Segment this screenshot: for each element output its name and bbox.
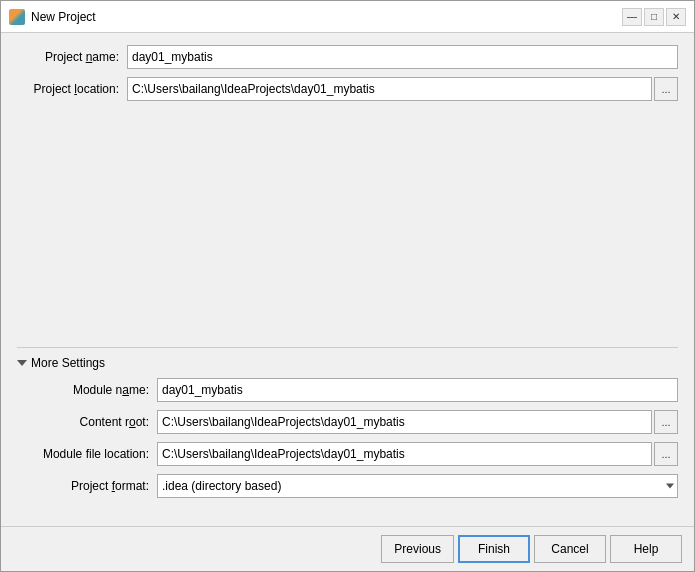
app-icon [9, 9, 25, 25]
module-name-input[interactable] [157, 378, 678, 402]
dialog-title: New Project [31, 10, 616, 24]
project-name-label: Project name: [17, 50, 127, 64]
module-file-location-label: Module file location: [27, 447, 157, 461]
content-root-input[interactable] [157, 410, 652, 434]
title-bar: New Project — □ ✕ [1, 1, 694, 33]
body-spacer [17, 109, 678, 347]
finish-button[interactable]: Finish [458, 535, 530, 563]
more-settings-label: More Settings [31, 356, 105, 370]
project-name-input[interactable] [127, 45, 678, 69]
minimize-button[interactable]: — [622, 8, 642, 26]
dialog-body: Project name: Project location: ... More… [1, 33, 694, 526]
content-root-label: Content root: [27, 415, 157, 429]
project-format-select[interactable]: .idea (directory based) .ipr (file based… [157, 474, 678, 498]
content-root-input-wrap: ... [157, 410, 678, 434]
module-name-input-wrap [157, 378, 678, 402]
project-name-input-wrap [127, 45, 678, 69]
more-settings-form: Module name: Content root: ... [17, 378, 678, 498]
project-format-label: Project format: [27, 479, 157, 493]
project-location-input-wrap: ... [127, 77, 678, 101]
new-project-dialog: New Project — □ ✕ Project name: Project … [0, 0, 695, 572]
module-file-location-row: Module file location: ... [27, 442, 678, 466]
project-location-label: Project location: [17, 82, 127, 96]
more-settings-toggle[interactable]: More Settings [17, 356, 678, 370]
project-format-select-wrap: .idea (directory based) .ipr (file based… [157, 474, 678, 498]
project-location-input[interactable] [127, 77, 652, 101]
previous-button[interactable]: Previous [381, 535, 454, 563]
project-location-browse-button[interactable]: ... [654, 77, 678, 101]
window-controls: — □ ✕ [622, 8, 686, 26]
more-settings-section: More Settings Module name: Content root: [17, 347, 678, 506]
module-file-location-browse-button[interactable]: ... [654, 442, 678, 466]
content-root-browse-button[interactable]: ... [654, 410, 678, 434]
maximize-button[interactable]: □ [644, 8, 664, 26]
module-file-location-input[interactable] [157, 442, 652, 466]
module-file-location-input-wrap: ... [157, 442, 678, 466]
close-button[interactable]: ✕ [666, 8, 686, 26]
dialog-footer: Previous Finish Cancel Help [1, 526, 694, 571]
module-name-row: Module name: [27, 378, 678, 402]
cancel-button[interactable]: Cancel [534, 535, 606, 563]
project-format-row: Project format: .idea (directory based) … [27, 474, 678, 498]
collapse-triangle-icon [17, 360, 27, 366]
project-location-row: Project location: ... [17, 77, 678, 101]
content-root-row: Content root: ... [27, 410, 678, 434]
project-name-row: Project name: [17, 45, 678, 69]
module-name-label: Module name: [27, 383, 157, 397]
help-button[interactable]: Help [610, 535, 682, 563]
